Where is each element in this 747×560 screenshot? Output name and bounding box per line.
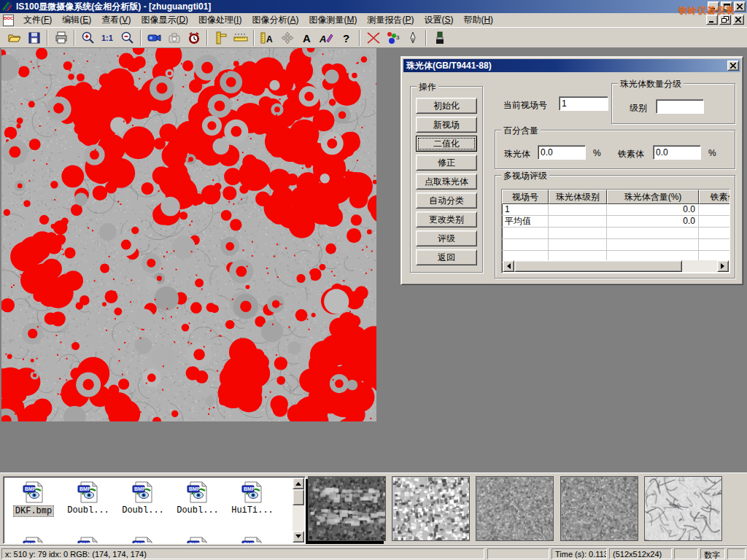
dialog-close-button[interactable] [727, 61, 739, 71]
thumbnail-1[interactable] [308, 476, 386, 541]
help-icon[interactable]: ? [337, 29, 355, 47]
close-button[interactable] [734, 1, 746, 12]
dialog-button-4[interactable]: 修正 [416, 155, 477, 171]
table-header-3[interactable]: 珠光体含量(%) [607, 190, 699, 204]
pen-icon[interactable] [403, 29, 422, 47]
file-item-4[interactable]: BMPDoubl... [172, 480, 223, 516]
menu-item-4[interactable]: 图像显示(D) [136, 12, 193, 28]
toolbar: 1:1AAA?3 [0, 28, 747, 48]
pearlite-input[interactable]: 0.0 [538, 145, 586, 160]
pearlite-percent-sign: % [593, 148, 601, 158]
file-item-row2-2[interactable]: BMP [63, 535, 114, 544]
table-cell [502, 228, 549, 238]
text-annotation-icon[interactable]: A [298, 29, 316, 47]
scroll-right-button[interactable] [717, 260, 729, 272]
dialog-button-5[interactable]: 点取珠光体 [416, 174, 477, 190]
table-header-4[interactable]: 铁素体含量(%) [699, 190, 730, 204]
menu-item-9[interactable]: 设置(S) [419, 12, 458, 28]
curve-cut-icon[interactable] [364, 29, 382, 47]
actual-size-icon[interactable]: 1:1 [98, 29, 117, 47]
file-item-3[interactable]: BMPDoubl... [117, 480, 169, 516]
menu-item-1[interactable]: 文件(F) [18, 12, 57, 28]
menu-item-3[interactable]: 查看(V) [96, 12, 136, 28]
grade-input[interactable] [656, 99, 704, 114]
dialog-button-3[interactable]: 二值化 [416, 136, 477, 152]
ruler-icon[interactable] [231, 29, 249, 47]
dialog-button-8[interactable]: 评级 [416, 230, 477, 246]
vendor-watermark: 铁岭仪器仪表 [678, 4, 735, 17]
percent-group-label: 百分含量 [501, 125, 541, 137]
file-item-row2-1[interactable]: BMP [8, 535, 59, 544]
scroll-left-button[interactable] [503, 260, 514, 272]
operation-group-label: 操作 [417, 81, 438, 93]
svg-text:1:1: 1:1 [101, 34, 113, 42]
scroll-down-button[interactable] [293, 531, 304, 542]
menu-item-8[interactable]: 测量报告(P) [362, 12, 419, 28]
scroll-up-button[interactable] [293, 478, 304, 489]
save-icon[interactable] [25, 29, 43, 47]
caliper-icon[interactable] [212, 29, 230, 47]
table-cell [549, 204, 607, 215]
thumbnail-4[interactable] [560, 476, 638, 541]
thumbnail-2[interactable] [392, 476, 470, 541]
menu-item-6[interactable]: 图像分析(A) [247, 12, 303, 28]
file-item-row2-3[interactable]: BMP [117, 535, 169, 544]
menu-item-10[interactable]: 帮助(H) [458, 12, 498, 28]
table-row-1[interactable]: 10.0 [502, 204, 729, 216]
edit-annotation-icon[interactable]: A [317, 29, 336, 47]
ferrite-input[interactable]: 0.0 [653, 145, 701, 160]
phase-count-icon[interactable]: 3 [384, 29, 402, 47]
timer-clock-icon[interactable] [185, 29, 203, 47]
table-cell [549, 239, 607, 250]
thumbnail-3[interactable] [476, 476, 554, 541]
table-header-1[interactable]: 视场号 [502, 190, 549, 204]
table-horizontal-scrollbar[interactable] [503, 260, 729, 272]
file-label: Doubl... [120, 505, 166, 516]
rating-table[interactable]: 视场号珠光体级别珠光体含量(%)铁素体含量(%) 10.0平均值0.0 [501, 189, 730, 273]
menu-item-2[interactable]: 编辑(E) [57, 12, 96, 28]
document-icon[interactable]: DOC [3, 15, 14, 26]
file-label: Doubl... [66, 505, 111, 516]
menu-item-5[interactable]: 图像处理(I) [193, 12, 247, 28]
metallographic-image[interactable] [1, 48, 376, 421]
file-item-1[interactable]: BMPDKF.bmp [8, 480, 59, 517]
dialog-button-7[interactable]: 更改类别 [416, 211, 477, 228]
dialog-button-1[interactable]: 初始化 [416, 98, 477, 114]
file-list-scrollbar[interactable] [293, 478, 304, 542]
file-item-row2-4[interactable]: BMP [172, 535, 223, 544]
zoom-out-icon[interactable] [118, 29, 136, 47]
dialog-button-9[interactable]: 返回 [416, 249, 477, 265]
current-field-input[interactable]: 1 [559, 96, 608, 111]
application-window: { "window": { "title": "IS100显微摄像系统(金相分析… [0, 0, 747, 560]
measure-text-icon[interactable]: A [258, 29, 276, 47]
open-folder-icon[interactable] [5, 29, 23, 47]
file-item-5[interactable]: BMPHuiTi... [227, 480, 278, 516]
brush-icon[interactable] [430, 29, 449, 47]
dialog-title: 珠光体(GB/T9441-88) [406, 60, 492, 72]
grade-group-label: 珠光体数量分级 [618, 78, 684, 90]
table-cell [699, 239, 730, 250]
table-header-2[interactable]: 珠光体级别 [549, 190, 607, 204]
table-row-2[interactable]: 平均值0.0 [502, 216, 729, 228]
bmp-file-icon: BMP [240, 480, 265, 505]
video-camera-icon[interactable] [145, 29, 163, 47]
svg-text:BMP: BMP [244, 486, 255, 491]
table-row-3[interactable] [502, 228, 729, 239]
thumbnail-5[interactable] [644, 476, 722, 541]
svg-text:BMP: BMP [80, 486, 91, 491]
table-cell: 1 [502, 204, 549, 215]
table-row-4[interactable] [502, 239, 729, 251]
file-item-row2-5[interactable]: BMP [227, 535, 278, 544]
file-scrollbar-thumb[interactable] [293, 489, 304, 505]
capture-camera-icon[interactable] [165, 29, 183, 47]
file-item-2[interactable]: BMPDoubl... [63, 480, 114, 516]
dialog-button-6[interactable]: 自动分类 [416, 192, 477, 209]
menu-item-7[interactable]: 图像测量(M) [303, 12, 362, 28]
scrollbar-thumb[interactable] [514, 260, 682, 272]
move-cross-icon[interactable] [278, 29, 296, 47]
status-empty-3 [727, 548, 746, 559]
dialog-button-2[interactable]: 新视场 [416, 117, 477, 133]
print-icon[interactable] [52, 29, 70, 47]
file-list[interactable]: BMPDKF.bmpBMPBMPDoubl...BMPBMPDoubl...BM… [3, 476, 306, 544]
zoom-in-icon[interactable] [79, 29, 97, 47]
